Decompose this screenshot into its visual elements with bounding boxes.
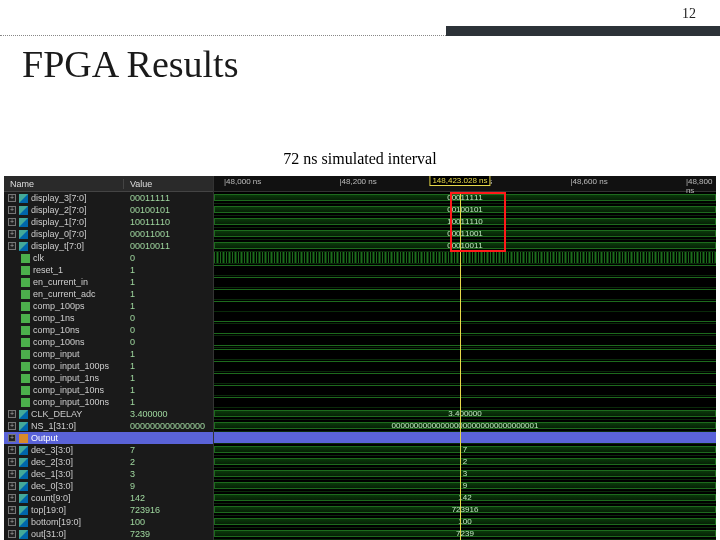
waveform-track[interactable]: 7239 — [214, 528, 716, 540]
waveform-track[interactable] — [214, 396, 716, 408]
waveform-tracks[interactable]: 0001111100100101100111100001100100010011… — [214, 192, 716, 540]
signal-name-cell[interactable]: comp_input_1ns — [4, 373, 124, 383]
signal-name-cell[interactable]: comp_input_10ns — [4, 385, 124, 395]
waveform-track[interactable]: 9 — [214, 480, 716, 492]
signal-row[interactable]: +NS_1[31:0]000000000000000 — [4, 420, 213, 432]
expand-icon[interactable]: + — [8, 422, 16, 430]
signal-name-cell[interactable]: +display_2[7:0] — [4, 205, 124, 215]
signal-row[interactable]: comp_input_1ns1 — [4, 372, 213, 384]
expand-icon[interactable]: + — [8, 230, 16, 238]
signal-name-cell[interactable]: +top[19:0] — [4, 505, 124, 515]
expand-icon[interactable]: + — [8, 194, 16, 202]
signal-name-cell[interactable]: +CLK_DELAY — [4, 409, 124, 419]
signal-row[interactable]: +top[19:0]723916 — [4, 504, 213, 516]
waveform-track[interactable]: 142 — [214, 492, 716, 504]
expand-icon[interactable]: + — [8, 218, 16, 226]
waveform-track[interactable] — [214, 372, 716, 384]
signal-row[interactable]: comp_input1 — [4, 348, 213, 360]
waveform-track[interactable] — [214, 300, 716, 312]
signal-row[interactable]: clk0 — [4, 252, 213, 264]
signal-name-cell[interactable]: comp_10ns — [4, 325, 124, 335]
waveform-track[interactable] — [214, 432, 716, 444]
time-ruler[interactable]: 148,423.028 ns |48,000 ns|48,200 ns|48,4… — [214, 176, 716, 192]
signal-name-cell[interactable]: +out[31:0] — [4, 529, 124, 539]
expand-icon[interactable]: + — [8, 494, 16, 502]
signal-name-cell[interactable]: +Output — [4, 433, 124, 443]
signal-name-cell[interactable]: +bottom[19:0] — [4, 517, 124, 527]
signal-row[interactable]: comp_1ns0 — [4, 312, 213, 324]
signal-row[interactable]: comp_input_10ns1 — [4, 384, 213, 396]
waveform-track[interactable]: 7 — [214, 444, 716, 456]
waveform-track[interactable] — [214, 384, 716, 396]
signal-name-cell[interactable]: clk — [4, 253, 124, 263]
signal-name-cell[interactable]: +dec_2[3:0] — [4, 457, 124, 467]
signal-name-cell[interactable]: reset_1 — [4, 265, 124, 275]
waveform-track[interactable] — [214, 276, 716, 288]
signal-row[interactable]: +count[9:0]142 — [4, 492, 213, 504]
waveform-track[interactable]: 3.400000 — [214, 408, 716, 420]
expand-icon[interactable]: + — [8, 530, 16, 538]
signal-row[interactable]: +dec_3[3:0]7 — [4, 444, 213, 456]
waveform-track[interactable] — [214, 336, 716, 348]
column-value-header[interactable]: Value — [124, 179, 213, 189]
signal-name-cell[interactable]: comp_100ns — [4, 337, 124, 347]
signal-name-cell[interactable]: +display_3[7:0] — [4, 193, 124, 203]
signal-name-cell[interactable]: +display_1[7:0] — [4, 217, 124, 227]
waveform-track[interactable]: 723916 — [214, 504, 716, 516]
expand-icon[interactable]: + — [8, 206, 16, 214]
signal-row[interactable]: +dec_0[3:0]9 — [4, 480, 213, 492]
signal-row[interactable]: reset_11 — [4, 264, 213, 276]
waveform-track[interactable] — [214, 264, 716, 276]
signal-row[interactable]: +display_0[7:0]00011001 — [4, 228, 213, 240]
waveform-track[interactable] — [214, 348, 716, 360]
signal-name-cell[interactable]: +count[9:0] — [4, 493, 124, 503]
signal-row[interactable]: +out[31:0]7239 — [4, 528, 213, 540]
signal-row[interactable]: en_current_in1 — [4, 276, 213, 288]
column-name-header[interactable]: Name — [4, 179, 124, 189]
signal-name-cell[interactable]: +NS_1[31:0] — [4, 421, 124, 431]
waveform-track[interactable] — [214, 324, 716, 336]
expand-icon[interactable]: + — [8, 482, 16, 490]
signal-row[interactable]: comp_100ns0 — [4, 336, 213, 348]
signal-name-cell[interactable]: comp_1ns — [4, 313, 124, 323]
signal-name-cell[interactable]: +dec_1[3:0] — [4, 469, 124, 479]
signal-row[interactable]: comp_input_100ps1 — [4, 360, 213, 372]
signal-row[interactable]: comp_100ps1 — [4, 300, 213, 312]
signal-row[interactable]: comp_input_100ns1 — [4, 396, 213, 408]
signal-list[interactable]: +display_3[7:0]00011111+display_2[7:0]00… — [4, 192, 213, 540]
expand-icon[interactable]: + — [8, 434, 16, 442]
signal-row[interactable]: +CLK_DELAY3.400000 — [4, 408, 213, 420]
signal-row[interactable]: +display_1[7:0]10011110 — [4, 216, 213, 228]
signal-row[interactable]: en_current_adc1 — [4, 288, 213, 300]
expand-icon[interactable]: + — [8, 458, 16, 466]
signal-name-cell[interactable]: comp_input — [4, 349, 124, 359]
signal-row[interactable]: +display_3[7:0]00011111 — [4, 192, 213, 204]
waveform-track[interactable]: 100 — [214, 516, 716, 528]
signal-name-cell[interactable]: comp_input_100ps — [4, 361, 124, 371]
waveform-track[interactable]: 2 — [214, 456, 716, 468]
expand-icon[interactable]: + — [8, 470, 16, 478]
signal-name-cell[interactable]: en_current_in — [4, 277, 124, 287]
expand-icon[interactable]: + — [8, 242, 16, 250]
waveform-track[interactable] — [214, 288, 716, 300]
signal-name-cell[interactable]: comp_100ps — [4, 301, 124, 311]
waveform-track[interactable] — [214, 360, 716, 372]
waveform-track[interactable]: 000000000000000000000000000000001 — [214, 420, 716, 432]
waveform-area[interactable]: 148,423.028 ns |48,000 ns|48,200 ns|48,4… — [214, 176, 716, 540]
signal-name-cell[interactable]: +dec_0[3:0] — [4, 481, 124, 491]
waveform-track[interactable] — [214, 312, 716, 324]
signal-row[interactable]: +bottom[19:0]100 — [4, 516, 213, 528]
signal-row[interactable]: comp_10ns0 — [4, 324, 213, 336]
waveform-track[interactable]: 3 — [214, 468, 716, 480]
expand-icon[interactable]: + — [8, 506, 16, 514]
expand-icon[interactable]: + — [8, 518, 16, 526]
signal-row[interactable]: +dec_1[3:0]3 — [4, 468, 213, 480]
signal-name-cell[interactable]: en_current_adc — [4, 289, 124, 299]
signal-name-cell[interactable]: +display_0[7:0] — [4, 229, 124, 239]
signal-row[interactable]: +display_2[7:0]00100101 — [4, 204, 213, 216]
signal-row[interactable]: +dec_2[3:0]2 — [4, 456, 213, 468]
expand-icon[interactable]: + — [8, 446, 16, 454]
signal-name-cell[interactable]: +display_t[7:0] — [4, 241, 124, 251]
signal-row[interactable]: +display_t[7:0]00010011 — [4, 240, 213, 252]
signal-name-cell[interactable]: +dec_3[3:0] — [4, 445, 124, 455]
